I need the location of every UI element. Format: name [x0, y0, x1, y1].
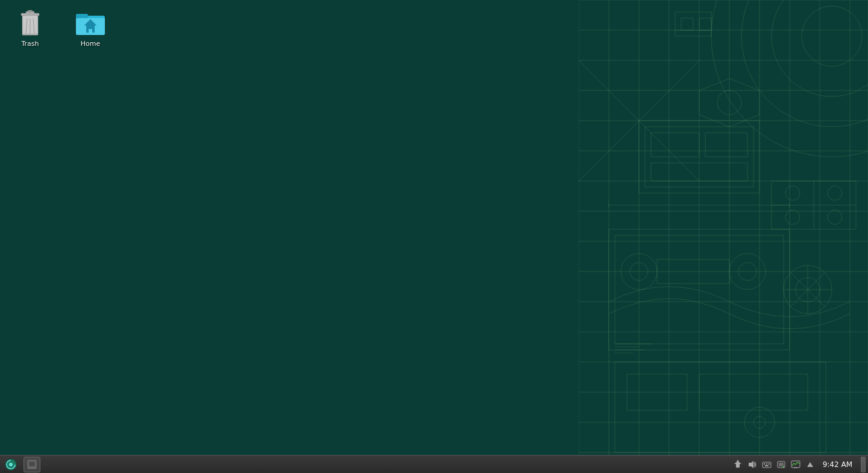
- start-menu-button[interactable]: [0, 456, 22, 474]
- home-folder-icon[interactable]: Home: [66, 6, 115, 50]
- keyboard-tray-icon[interactable]: [761, 459, 772, 470]
- svg-rect-78: [28, 10, 33, 12]
- taskbar-apps: [23, 456, 41, 473]
- svg-rect-93: [29, 462, 35, 466]
- svg-point-29: [741, 0, 868, 127]
- svg-point-75: [828, 210, 842, 224]
- home-folder-image: [76, 8, 105, 37]
- svg-rect-100: [765, 465, 769, 466]
- home-label: Home: [81, 40, 100, 48]
- storage-tray-icon[interactable]: [776, 459, 787, 470]
- svg-rect-105: [794, 468, 797, 468]
- taskbar: 9:42 AM: [0, 455, 868, 473]
- trash-icon-image: [16, 8, 45, 37]
- system-tray: [732, 459, 816, 470]
- svg-rect-99: [769, 463, 770, 465]
- svg-point-72: [785, 186, 800, 200]
- svg-rect-55: [681, 18, 693, 30]
- blueprint-background: .bp { stroke: #7aab7a; stroke-width: 0.6…: [579, 0, 868, 473]
- svg-point-74: [785, 210, 800, 224]
- desktop: .bp { stroke: #7aab7a; stroke-width: 0.6…: [0, 0, 868, 473]
- system-clock[interactable]: 9:42 AM: [819, 460, 856, 469]
- volume-tray-icon[interactable]: [747, 459, 758, 470]
- taskbar-app-button[interactable]: [24, 457, 40, 472]
- svg-point-31: [802, 6, 862, 66]
- system-monitor-tray-icon[interactable]: [790, 459, 801, 470]
- svg-point-94: [737, 460, 738, 462]
- svg-point-73: [828, 186, 842, 200]
- trash-label: Trash: [21, 40, 39, 48]
- svg-rect-98: [766, 463, 767, 465]
- trash-icon[interactable]: Trash: [6, 6, 54, 50]
- svg-rect-34: [651, 133, 699, 157]
- taskbar-right: 9:42 AM: [732, 456, 868, 473]
- network-tray-icon[interactable]: [732, 459, 743, 470]
- svg-marker-95: [749, 461, 753, 468]
- desktop-icons-container: Trash: [6, 6, 115, 50]
- svg-rect-85: [76, 14, 88, 19]
- svg-point-91: [9, 463, 13, 466]
- svg-rect-89: [89, 29, 92, 33]
- svg-rect-97: [764, 463, 765, 465]
- svg-rect-56: [699, 18, 711, 30]
- svg-rect-47: [615, 362, 826, 452]
- svg-rect-83: [22, 34, 38, 35]
- svg-rect-96: [763, 462, 771, 468]
- show-desktop-button[interactable]: [861, 457, 866, 472]
- svg-rect-35: [705, 133, 747, 157]
- taskbar-left: [0, 456, 41, 473]
- svg-marker-106: [807, 462, 813, 467]
- svg-point-103: [783, 466, 784, 468]
- svg-rect-102: [779, 463, 784, 466]
- notifications-tray-icon[interactable]: [805, 459, 816, 470]
